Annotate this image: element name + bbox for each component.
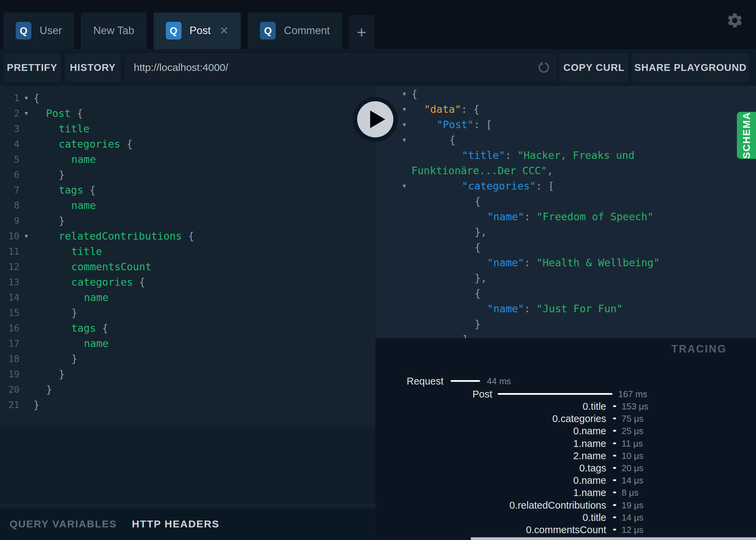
token: "title" xyxy=(462,149,505,161)
fold-arrow-icon[interactable]: ▼ xyxy=(400,178,409,194)
fold-arrow-icon[interactable]: ▼ xyxy=(22,90,31,106)
tracing-span-row: 0.commentsCount12 μs xyxy=(375,523,756,537)
http-headers-tab[interactable]: HTTP HEADERS xyxy=(132,518,220,530)
span-duration: 20 μs xyxy=(622,461,643,475)
code-line: ▼{ xyxy=(375,132,756,148)
duration-bar xyxy=(498,393,612,395)
query-variables-tab[interactable]: QUERY VARIABLES xyxy=(10,518,117,530)
schema-tab[interactable]: SCHEMA xyxy=(737,112,756,159)
code-line: { xyxy=(375,240,756,255)
tab-comment[interactable]: QComment xyxy=(248,12,342,49)
tab-post[interactable]: QPost✕ xyxy=(154,12,241,49)
span-duration: 167 ms xyxy=(618,387,647,401)
tracing-panel: TRACING Request44 msPost167 ms0.title153… xyxy=(375,338,756,540)
fold-arrow-icon[interactable]: ▼ xyxy=(22,228,31,244)
code-line: 12commentsCount xyxy=(0,259,375,274)
token: commentsCount xyxy=(71,261,151,273)
span-label: 0.title xyxy=(583,511,606,524)
execute-button[interactable] xyxy=(353,97,398,142)
line-number: 1 xyxy=(0,90,19,106)
token: }, xyxy=(475,272,487,284)
code-text: title xyxy=(71,244,102,259)
code-text: title xyxy=(59,121,89,136)
token: "Health & Wellbeing" xyxy=(537,257,660,269)
tab-new-tab[interactable]: New Tab xyxy=(81,12,146,49)
code-text: } xyxy=(475,316,481,332)
token: tags xyxy=(59,184,83,196)
code-text: Post { xyxy=(46,106,83,121)
token: : xyxy=(524,257,536,269)
reload-icon[interactable] xyxy=(537,61,551,74)
line-number: 18 xyxy=(0,351,19,366)
code-text: "name": "Freedom of Speech" xyxy=(487,209,654,224)
tracing-title: TRACING xyxy=(671,343,727,355)
variables-bar-handle[interactable] xyxy=(0,503,375,508)
token: } xyxy=(59,169,65,181)
duration-bar xyxy=(613,467,616,469)
token: name xyxy=(84,291,108,303)
query-pane: 1▼{2▼Post {3title4categories {5name6}7ta… xyxy=(0,86,375,540)
token: "data" xyxy=(424,103,461,115)
horizontal-scrollbar[interactable] xyxy=(471,537,756,540)
span-label: Post xyxy=(472,387,492,401)
span-duration: 12 μs xyxy=(622,523,643,537)
line-number: 15 xyxy=(0,305,19,320)
line-number: 8 xyxy=(0,198,19,213)
code-line: "title": "Hacker, Freaks und xyxy=(375,148,756,163)
endpoint-url-input[interactable] xyxy=(125,53,556,82)
code-text: ] xyxy=(462,332,468,338)
duration-bar xyxy=(613,430,616,432)
play-icon xyxy=(357,101,393,137)
token: { xyxy=(71,107,83,119)
line-number: 14 xyxy=(0,290,19,305)
new-tab-button[interactable]: + xyxy=(349,15,374,49)
code-line: 18} xyxy=(0,351,375,366)
line-number: 19 xyxy=(0,366,19,382)
toolbar: PRETTIFY HISTORY COPY CURL SHARE PLAYGRO… xyxy=(0,49,756,86)
code-line: 2▼Post { xyxy=(0,106,375,121)
code-text: { xyxy=(449,132,455,148)
settings-gear-icon[interactable] xyxy=(726,12,744,29)
code-text: tags { xyxy=(71,320,108,336)
code-line: 21} xyxy=(0,397,375,412)
token: { xyxy=(475,287,481,299)
query-type-badge: Q xyxy=(16,22,31,40)
code-text: } xyxy=(33,397,40,412)
span-duration: 19 μs xyxy=(622,498,643,512)
line-number: 13 xyxy=(0,274,19,290)
span-label: 2.name xyxy=(573,449,606,463)
copy-curl-button[interactable]: COPY CURL xyxy=(559,53,628,82)
query-editor[interactable]: 1▼{2▼Post {3title4categories {5name6}7ta… xyxy=(0,90,375,412)
close-icon[interactable]: ✕ xyxy=(220,24,229,37)
code-line: "name": "Freedom of Speech" xyxy=(375,209,756,224)
span-label: 1.name xyxy=(573,437,606,450)
code-text: name xyxy=(71,152,96,167)
token: ] xyxy=(462,333,468,338)
history-button[interactable]: HISTORY xyxy=(65,53,121,82)
duration-bar xyxy=(613,442,616,444)
span-label: 0.tags xyxy=(579,461,606,475)
token: name xyxy=(71,153,96,165)
tab-label: User xyxy=(40,25,62,37)
code-line: 10▼relatedContributions { xyxy=(0,228,375,244)
span-duration: 14 μs xyxy=(622,511,643,524)
tab-user[interactable]: QUser xyxy=(3,12,74,49)
code-line: Funktionäre...Der CCC", xyxy=(375,163,756,178)
code-line: ] xyxy=(375,332,756,338)
fold-arrow-icon[interactable]: ▼ xyxy=(22,106,31,121)
code-text: } xyxy=(46,382,52,397)
share-playground-button[interactable]: SHARE PLAYGROUND xyxy=(632,53,749,82)
line-number: 12 xyxy=(0,259,19,274)
fold-arrow-icon[interactable]: ▼ xyxy=(400,132,409,148)
tracing-span-row: Post167 ms xyxy=(375,387,756,401)
line-number: 2 xyxy=(0,106,19,121)
token: "Freedom of Speech" xyxy=(537,211,654,223)
tracing-span-row: 1.name11 μs xyxy=(375,437,756,450)
tracing-span-row: 0.tags20 μs xyxy=(375,461,756,475)
fold-arrow-icon[interactable]: ▼ xyxy=(400,86,409,102)
line-number: 9 xyxy=(0,213,19,228)
prettify-button[interactable]: PRETTIFY xyxy=(3,53,61,82)
tracing-span-row: 0.name25 μs xyxy=(375,424,756,438)
fold-arrow-icon[interactable]: ▼ xyxy=(400,102,409,117)
fold-arrow-icon[interactable]: ▼ xyxy=(400,117,409,132)
